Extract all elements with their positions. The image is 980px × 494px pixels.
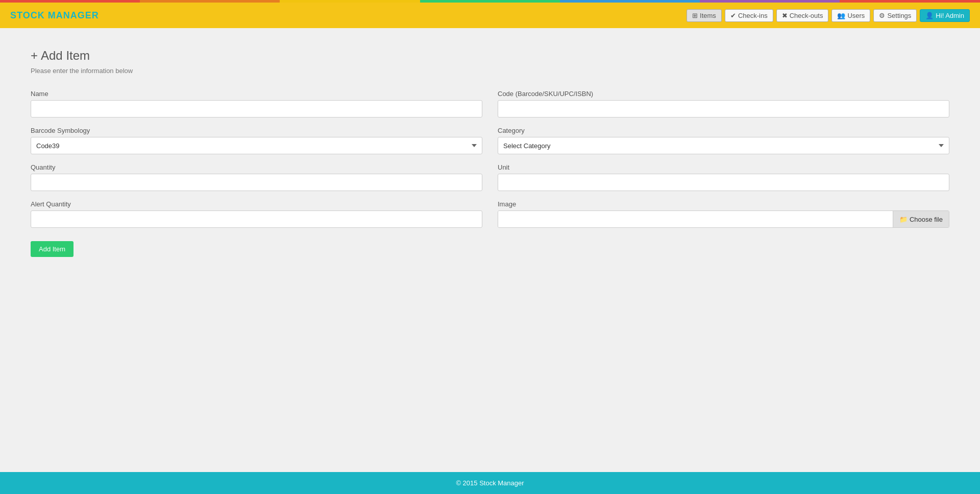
nav-settings-label: Settings <box>887 12 911 19</box>
page-title: Add Item <box>41 49 90 63</box>
page-subtitle: Please enter the information below <box>31 67 949 75</box>
unit-label: Unit <box>498 163 949 171</box>
name-label: Name <box>31 90 482 98</box>
category-label: Category <box>498 127 949 134</box>
settings-icon: ⚙ <box>879 12 885 19</box>
form-group-category: Category Select Category <box>498 127 949 154</box>
alert-quantity-input[interactable]: 0 <box>31 210 482 228</box>
quantity-input[interactable] <box>31 174 482 191</box>
nav-users-label: Users <box>847 12 865 19</box>
user-icon: 👤 <box>925 12 934 19</box>
file-display <box>498 211 893 227</box>
form-group-quantity: Quantity <box>31 163 482 191</box>
quantity-label: Quantity <box>31 163 482 171</box>
barcode-select[interactable]: Code39 Code128 EAN-13 UPC-A QR Code <box>31 137 482 154</box>
table-icon: ⊞ <box>692 12 698 19</box>
nav-checkouts-button[interactable]: ✖ Check-outs <box>776 9 829 22</box>
checkout-icon: ✖ <box>782 12 788 19</box>
add-item-form: Name Code (Barcode/SKU/UPC/ISBN) Barcode… <box>31 90 949 257</box>
add-item-button[interactable]: Add Item <box>31 241 74 257</box>
code-input[interactable] <box>498 100 949 117</box>
code-label: Code (Barcode/SKU/UPC/ISBN) <box>498 90 949 98</box>
checkin-icon: ✔ <box>730 12 736 19</box>
brand-title: STOCK MANAGER <box>10 10 99 21</box>
footer-text: © 2015 Stock Manager <box>456 479 524 487</box>
form-group-unit: Unit <box>498 163 949 191</box>
nav-users-button[interactable]: 👥 Users <box>831 9 870 22</box>
form-group-code: Code (Barcode/SKU/UPC/ISBN) <box>498 90 949 117</box>
file-input-wrapper: 📁 Choose file <box>498 210 949 228</box>
nav-checkins-label: Check-ins <box>738 12 768 19</box>
form-row-quantity-unit: Quantity Unit <box>31 163 949 191</box>
name-input[interactable] <box>31 100 482 117</box>
form-group-alert-quantity: Alert Quantity 0 <box>31 200 482 228</box>
user-admin-label: Hi! Admin <box>936 12 964 19</box>
main-content: + Add Item Please enter the information … <box>0 28 980 472</box>
form-row-alert-image: Alert Quantity 0 Image 📁 Choose file <box>31 200 949 228</box>
navbar: STOCK MANAGER ⊞ Items ✔ Check-ins ✖ Chec… <box>0 3 980 28</box>
category-select[interactable]: Select Category <box>498 137 949 154</box>
nav-buttons: ⊞ Items ✔ Check-ins ✖ Check-outs 👥 Users… <box>687 9 970 22</box>
users-icon: 👥 <box>837 12 845 19</box>
nav-items-button[interactable]: ⊞ Items <box>687 9 722 22</box>
alert-quantity-label: Alert Quantity <box>31 200 482 208</box>
form-row-name-code: Name Code (Barcode/SKU/UPC/ISBN) <box>31 90 949 117</box>
image-label: Image <box>498 200 949 208</box>
nav-items-label: Items <box>700 12 716 19</box>
form-group-barcode: Barcode Symbology Code39 Code128 EAN-13 … <box>31 127 482 154</box>
unit-input[interactable] <box>498 174 949 191</box>
form-group-name: Name <box>31 90 482 117</box>
barcode-label: Barcode Symbology <box>31 127 482 134</box>
plus-icon: + <box>31 49 38 63</box>
nav-checkins-button[interactable]: ✔ Check-ins <box>725 9 773 22</box>
page-title-container: + Add Item <box>31 49 949 63</box>
folder-icon: 📁 <box>899 216 908 223</box>
user-admin-button[interactable]: 👤 Hi! Admin <box>920 9 970 22</box>
footer: © 2015 Stock Manager <box>0 472 980 494</box>
choose-file-label: Choose file <box>910 216 943 223</box>
form-submit-row: Add Item <box>31 237 949 257</box>
nav-checkouts-label: Check-outs <box>790 12 823 19</box>
form-group-image: Image 📁 Choose file <box>498 200 949 228</box>
choose-file-button[interactable]: 📁 Choose file <box>893 211 949 227</box>
nav-settings-button[interactable]: ⚙ Settings <box>873 9 917 22</box>
form-row-barcode-category: Barcode Symbology Code39 Code128 EAN-13 … <box>31 127 949 154</box>
